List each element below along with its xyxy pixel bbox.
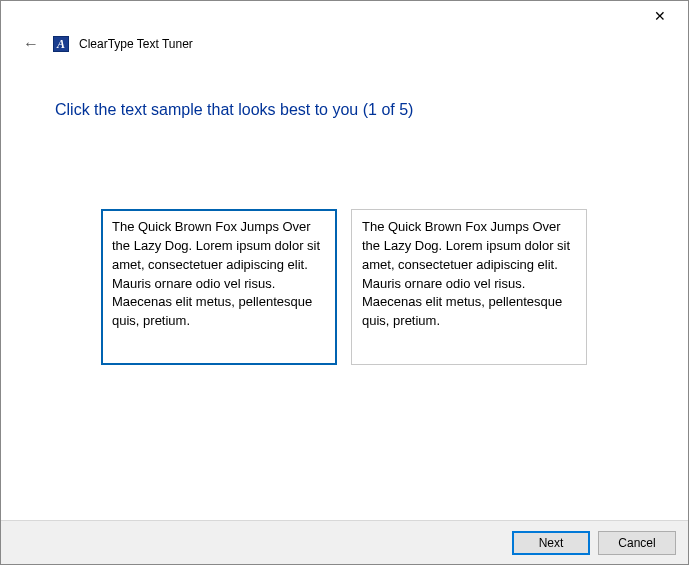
back-button[interactable]: ← xyxy=(19,33,43,55)
app-title: ClearType Text Tuner xyxy=(79,37,193,51)
footer-bar: Next Cancel xyxy=(1,520,688,564)
page-heading: Click the text sample that looks best to… xyxy=(55,101,634,119)
text-sample-1[interactable]: The Quick Brown Fox Jumps Over the Lazy … xyxy=(101,209,337,365)
cancel-button[interactable]: Cancel xyxy=(598,531,676,555)
text-sample-2[interactable]: The Quick Brown Fox Jumps Over the Lazy … xyxy=(351,209,587,365)
app-icon: A xyxy=(53,36,69,52)
close-icon: ✕ xyxy=(654,8,666,24)
wizard-window: ✕ ← A ClearType Text Tuner Click the tex… xyxy=(0,0,689,565)
back-arrow-icon: ← xyxy=(23,35,39,52)
sample-text: The Quick Brown Fox Jumps Over the Lazy … xyxy=(112,219,320,328)
content-area: Click the text sample that looks best to… xyxy=(1,61,688,520)
next-button[interactable]: Next xyxy=(512,531,590,555)
header-row: ← A ClearType Text Tuner xyxy=(1,31,688,61)
titlebar: ✕ xyxy=(1,1,688,31)
close-button[interactable]: ✕ xyxy=(638,2,682,30)
sample-row: The Quick Brown Fox Jumps Over the Lazy … xyxy=(55,209,634,365)
sample-text: The Quick Brown Fox Jumps Over the Lazy … xyxy=(362,219,570,328)
